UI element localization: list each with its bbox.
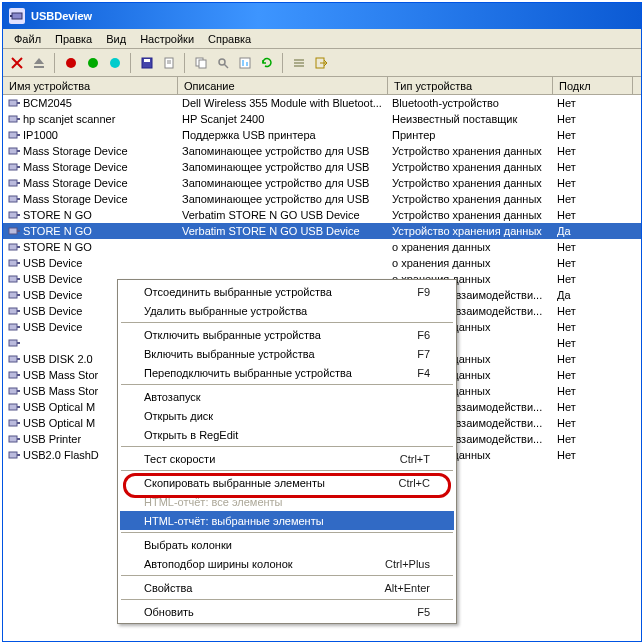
svg-rect-20	[294, 65, 304, 67]
menu-help[interactable]: Справка	[201, 31, 258, 47]
menu-view[interactable]: Вид	[99, 31, 133, 47]
menu-edit[interactable]: Правка	[48, 31, 99, 47]
svg-rect-27	[17, 134, 20, 136]
table-row[interactable]: Mass Storage DeviceЗапоминающее устройст…	[3, 191, 641, 207]
svg-rect-36	[9, 212, 17, 218]
context-item[interactable]: ОбновитьF5	[120, 602, 454, 621]
cell-conn: Нет	[553, 433, 633, 445]
cell-conn: Нет	[553, 129, 633, 141]
svg-rect-49	[17, 310, 20, 312]
delete-icon[interactable]	[7, 53, 27, 73]
table-row[interactable]: STORE N GOVerbatim STORE N GO USB Device…	[3, 207, 641, 223]
svg-rect-1	[10, 15, 12, 17]
svg-rect-59	[17, 390, 20, 392]
svg-rect-45	[17, 278, 20, 280]
save-icon[interactable]	[137, 53, 157, 73]
context-item[interactable]: HTML-отчёт: все элементы	[120, 492, 454, 511]
cell-conn: Нет	[553, 209, 633, 221]
menu-file[interactable]: Файл	[7, 31, 48, 47]
svg-rect-24	[9, 116, 17, 122]
svg-rect-7	[144, 59, 150, 62]
cell-desc: Запоминающее устройство для USB	[178, 177, 388, 189]
cell-conn: Нет	[553, 273, 633, 285]
svg-rect-46	[9, 292, 17, 298]
table-row[interactable]: USB Deviceо хранения данныхНет	[3, 255, 641, 271]
svg-rect-56	[9, 372, 17, 378]
context-separator	[121, 532, 453, 533]
table-row[interactable]: Mass Storage DeviceЗапоминающее устройст…	[3, 175, 641, 191]
context-item[interactable]: Открыть в RegEdit	[120, 425, 454, 444]
context-item[interactable]: Переподключить выбранные устройстваF4	[120, 363, 454, 382]
toolbar-separator	[184, 53, 186, 73]
col-desc[interactable]: Описание	[178, 77, 388, 94]
svg-rect-33	[17, 182, 20, 184]
cell-conn: Нет	[553, 353, 633, 365]
context-separator	[121, 384, 453, 385]
svg-point-3	[66, 58, 76, 68]
cyan-dot-icon[interactable]	[105, 53, 125, 73]
cell-name: Mass Storage Device	[3, 144, 178, 158]
context-item[interactable]: Автозапуск	[120, 387, 454, 406]
svg-rect-60	[9, 404, 17, 410]
svg-rect-43	[17, 262, 20, 264]
context-separator	[121, 599, 453, 600]
cell-name: Mass Storage Device	[3, 160, 178, 174]
context-item[interactable]: Скопировать выбранные элементыCtrl+C	[120, 473, 454, 492]
context-separator	[121, 575, 453, 576]
context-item[interactable]: Открыть диск	[120, 406, 454, 425]
exit-icon[interactable]	[311, 53, 331, 73]
find-icon[interactable]	[213, 53, 233, 73]
table-row[interactable]: STORE N GOVerbatim STORE N GO USB Device…	[3, 223, 641, 239]
red-dot-icon[interactable]	[61, 53, 81, 73]
table-row[interactable]: IP1000Поддержка USB принтераПринтерНет	[3, 127, 641, 143]
context-shortcut: F5	[417, 606, 430, 618]
cell-type: Устройство хранения данных	[388, 225, 553, 237]
col-name[interactable]: Имя устройства	[3, 77, 178, 94]
svg-rect-25	[17, 118, 20, 120]
report-icon[interactable]	[235, 53, 255, 73]
toolbar-separator	[130, 53, 132, 73]
window-title: USBDeview	[31, 10, 92, 22]
cell-conn: Нет	[553, 97, 633, 109]
svg-rect-28	[9, 148, 17, 154]
options-icon[interactable]	[289, 53, 309, 73]
eject-icon[interactable]	[29, 53, 49, 73]
cell-name: STORE N GO	[3, 240, 178, 254]
refresh-icon[interactable]	[257, 53, 277, 73]
context-item[interactable]: Включить выбранные устройстваF7	[120, 344, 454, 363]
context-item[interactable]: Отключить выбранные устройстваF6	[120, 325, 454, 344]
cell-name: hp scanjet scanner	[3, 112, 178, 126]
svg-rect-50	[9, 324, 17, 330]
cell-conn: Да	[553, 289, 633, 301]
table-row[interactable]: hp scanjet scannerHP Scanjet 2400Неизвес…	[3, 111, 641, 127]
context-item[interactable]: Тест скоростиCtrl+T	[120, 449, 454, 468]
context-label: Автозапуск	[144, 391, 201, 403]
svg-rect-67	[17, 454, 20, 456]
context-item[interactable]: Автоподбор ширины колонокCtrl+Plus	[120, 554, 454, 573]
table-row[interactable]: BCM2045Dell Wireless 355 Module with Blu…	[3, 95, 641, 111]
col-type[interactable]: Тип устройства	[388, 77, 553, 94]
table-row[interactable]: Mass Storage DeviceЗапоминающее устройст…	[3, 143, 641, 159]
context-item[interactable]: Удалить выбранные устройства	[120, 301, 454, 320]
properties-icon[interactable]	[159, 53, 179, 73]
context-item[interactable]: Отсоединить выбранные устройстваF9	[120, 282, 454, 301]
svg-point-5	[110, 58, 120, 68]
cell-name: STORE N GO	[3, 208, 178, 222]
context-item[interactable]: HTML-отчёт: выбранные элементы	[120, 511, 454, 530]
context-label: Включить выбранные устройства	[144, 348, 315, 360]
svg-rect-53	[17, 342, 20, 344]
svg-rect-35	[17, 198, 20, 200]
copy-icon[interactable]	[191, 53, 211, 73]
context-item[interactable]: Выбрать колонки	[120, 535, 454, 554]
context-item[interactable]: СвойстваAlt+Enter	[120, 578, 454, 597]
table-row[interactable]: STORE N GOо хранения данныхНет	[3, 239, 641, 255]
menu-settings[interactable]: Настройки	[133, 31, 201, 47]
col-conn[interactable]: Подкл	[553, 77, 633, 94]
app-icon	[9, 8, 25, 24]
cell-conn: Да	[553, 225, 633, 237]
context-shortcut: F6	[417, 329, 430, 341]
titlebar[interactable]: USBDeview	[3, 3, 641, 29]
table-row[interactable]: Mass Storage DeviceЗапоминающее устройст…	[3, 159, 641, 175]
green-dot-icon[interactable]	[83, 53, 103, 73]
context-label: Скопировать выбранные элементы	[144, 477, 325, 489]
